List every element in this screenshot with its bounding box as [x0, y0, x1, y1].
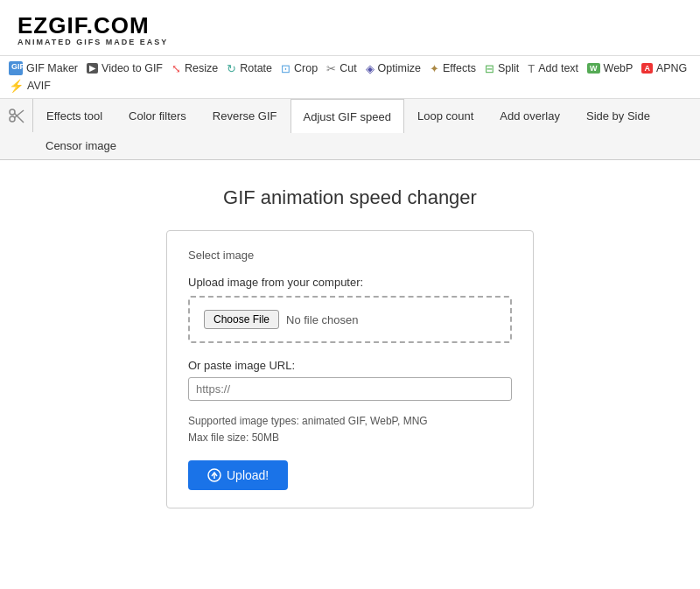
nav-item-gif-maker[interactable]: GIF GIF Maker	[9, 61, 78, 75]
webp-icon: W	[587, 63, 600, 74]
nav-item-resize[interactable]: ⤡ Resize	[172, 62, 218, 75]
nav-item-split[interactable]: ⊟ Split	[485, 62, 519, 75]
supported-types-text: Supported image types: animated GIF, Web…	[188, 413, 512, 446]
upload-card: Select image Upload image from your comp…	[166, 230, 534, 508]
sub-nav-top: Effects tool Color filters Reverse GIF A…	[0, 99, 700, 132]
sub-nav: Effects tool Color filters Reverse GIF A…	[0, 99, 700, 160]
tab-side-by-side[interactable]: Side by Side	[573, 99, 663, 132]
url-label: Or paste image URL:	[188, 359, 512, 372]
card-legend: Select image	[188, 249, 512, 262]
url-input[interactable]	[188, 377, 512, 401]
nav-label-optimize: Optimize	[378, 62, 421, 74]
split-icon: ⊟	[485, 62, 494, 75]
rotate-icon: ↻	[227, 62, 236, 75]
nav-label-webp: WebP	[604, 62, 634, 74]
optimize-icon: ◈	[366, 62, 374, 75]
header: EZGIF.COM ANIMATED GIFS MADE EASY	[0, 0, 700, 55]
page-title: GIF animation speed changer	[223, 186, 477, 209]
nav-item-crop[interactable]: ⊡ Crop	[281, 62, 318, 75]
tab-adjust-gif-speed[interactable]: Adjust GIF speed	[290, 99, 404, 133]
nav-item-cut[interactable]: ✂ Cut	[326, 62, 356, 75]
tab-censor-image[interactable]: Censor image	[33, 132, 129, 159]
upload-label: Upload image from your computer:	[188, 276, 512, 289]
upload-button[interactable]: Upload!	[188, 460, 288, 490]
video-icon: ▶	[87, 63, 98, 74]
nav-label-cut: Cut	[340, 62, 356, 74]
tab-effects-tool[interactable]: Effects tool	[33, 99, 116, 132]
resize-icon: ⤡	[172, 62, 181, 75]
logo-sub: ANIMATED GIFS MADE EASY	[18, 38, 682, 46]
tab-color-filters[interactable]: Color filters	[116, 99, 200, 132]
nav-label-add-text: Add text	[538, 62, 578, 74]
gif-icon: GIF	[9, 61, 23, 75]
nav-item-rotate[interactable]: ↻ Rotate	[227, 62, 272, 75]
nav-item-apng[interactable]: A APNG	[641, 62, 687, 74]
addtext-icon: T	[528, 62, 535, 75]
nav-bar: GIF GIF Maker ▶ Video to GIF ⤡ Resize ↻ …	[0, 55, 700, 99]
nav-item-avif[interactable]: ⚡ AVIF	[9, 79, 51, 93]
nav-label-gif-maker: GIF Maker	[26, 62, 78, 74]
logo-text: EZGIF.COM	[18, 12, 682, 39]
avif-icon: ⚡	[9, 79, 24, 93]
file-upload-area: Choose File No file chosen	[188, 296, 512, 343]
tab-add-overlay[interactable]: Add overlay	[486, 99, 573, 132]
nav-label-video-to-gif: Video to GIF	[102, 62, 163, 74]
nav-item-webp[interactable]: W WebP	[587, 62, 633, 74]
sub-nav-bottom: Censor image	[0, 132, 700, 159]
nav-label-crop: Crop	[294, 62, 318, 74]
main-content: GIF animation speed changer Select image…	[0, 160, 700, 535]
upload-icon	[207, 468, 221, 482]
effects-scissors-icon	[0, 99, 33, 132]
nav-label-resize: Resize	[185, 62, 218, 74]
nav-label-apng: APNG	[656, 62, 687, 74]
nav-label-avif: AVIF	[27, 80, 51, 92]
nav-item-effects[interactable]: ✦ Effects	[430, 62, 476, 75]
nav-label-split: Split	[498, 62, 519, 74]
nav-label-effects: Effects	[443, 62, 476, 74]
cut-icon: ✂	[326, 62, 336, 75]
effects-icon: ✦	[430, 62, 439, 75]
nav-item-optimize[interactable]: ◈ Optimize	[366, 62, 421, 75]
no-file-label: No file chosen	[286, 313, 358, 326]
nav-label-rotate: Rotate	[240, 62, 272, 74]
apng-icon: A	[641, 63, 653, 74]
choose-file-button[interactable]: Choose File	[204, 310, 279, 329]
tab-reverse-gif[interactable]: Reverse GIF	[200, 99, 290, 132]
nav-item-video-to-gif[interactable]: ▶ Video to GIF	[87, 62, 163, 74]
nav-item-add-text[interactable]: T Add text	[528, 62, 578, 75]
crop-icon: ⊡	[281, 62, 290, 75]
tab-loop-count[interactable]: Loop count	[404, 99, 486, 132]
